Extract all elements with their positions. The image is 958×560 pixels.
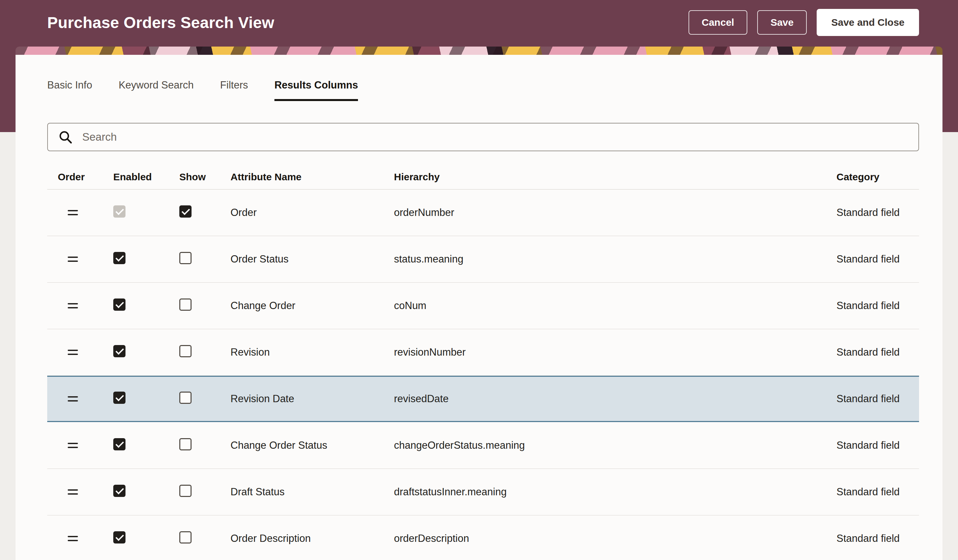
show-cell	[179, 205, 230, 220]
enabled-cell	[113, 392, 179, 406]
enabled-checkbox	[113, 205, 125, 217]
show-cell	[179, 392, 230, 406]
show-checkbox[interactable]	[179, 252, 192, 264]
show-checkbox[interactable]	[179, 485, 192, 497]
content-card: Basic Info Keyword Search Filters Result…	[16, 55, 942, 560]
show-checkbox[interactable]	[179, 438, 192, 451]
column-header-category: Category	[836, 171, 919, 182]
table-row[interactable]: Order Status status.meaning Standard fie…	[47, 236, 919, 282]
show-checkbox[interactable]	[179, 345, 192, 357]
attribute-name-cell: Order Description	[230, 533, 394, 544]
attribute-name-cell: Change Order	[230, 300, 394, 312]
order-cell	[47, 489, 113, 495]
enabled-cell	[113, 205, 179, 220]
drag-handle-icon[interactable]	[68, 350, 78, 355]
enabled-cell	[113, 345, 179, 360]
enabled-checkbox[interactable]	[113, 252, 125, 264]
page-stage: Basic Info Keyword Search Filters Result…	[0, 45, 958, 560]
save-button[interactable]: Save	[757, 10, 807, 35]
search-box[interactable]	[47, 123, 919, 151]
cancel-button[interactable]: Cancel	[688, 10, 747, 35]
show-cell	[179, 252, 230, 267]
hierarchy-cell: revisedDate	[394, 393, 836, 405]
app-header: Purchase Orders Search View Cancel Save …	[0, 0, 958, 45]
table-row[interactable]: Draft Status draftstatusInner.meaning St…	[47, 469, 919, 516]
attribute-name-cell: Revision Date	[230, 393, 394, 405]
enabled-cell	[113, 531, 179, 546]
table-row[interactable]: Revision revisionNumber Standard field	[47, 329, 919, 376]
category-cell: Standard field	[836, 486, 919, 498]
column-header-order: Order	[47, 171, 113, 182]
drag-handle-icon[interactable]	[68, 443, 78, 448]
enabled-checkbox[interactable]	[113, 531, 125, 544]
drag-handle-icon[interactable]	[68, 396, 78, 401]
hierarchy-cell: orderNumber	[394, 207, 836, 219]
category-cell: Standard field	[836, 253, 919, 265]
table-row[interactable]: Change Order Status changeOrderStatus.me…	[47, 422, 919, 469]
tab-basic-info[interactable]: Basic Info	[47, 79, 92, 101]
drag-handle-icon[interactable]	[68, 489, 78, 495]
drag-handle-icon[interactable]	[68, 536, 78, 541]
attribute-name-cell: Change Order Status	[230, 439, 394, 451]
header-actions: Cancel Save Save and Close	[688, 9, 919, 36]
tab-results-columns[interactable]: Results Columns	[274, 79, 358, 101]
drag-handle-icon[interactable]	[68, 210, 78, 215]
order-cell	[47, 396, 113, 401]
tab-bar: Basic Info Keyword Search Filters Result…	[47, 55, 919, 101]
table-row[interactable]: Change Order coNum Standard field	[47, 282, 919, 329]
attribute-name-cell: Order Status	[230, 253, 394, 265]
order-cell	[47, 443, 113, 448]
decorative-banner	[16, 46, 942, 55]
enabled-checkbox[interactable]	[113, 485, 125, 497]
order-cell	[47, 257, 113, 262]
drag-handle-icon[interactable]	[68, 257, 78, 262]
table-header: Order Enabled Show Attribute Name Hierar…	[47, 165, 919, 190]
enabled-cell	[113, 485, 179, 500]
show-checkbox[interactable]	[179, 531, 192, 544]
drag-handle-icon[interactable]	[68, 303, 78, 308]
category-cell: Standard field	[836, 393, 919, 405]
table-row[interactable]: Order Description orderDescription Stand…	[47, 516, 919, 560]
tab-filters[interactable]: Filters	[220, 79, 248, 101]
column-header-enabled: Enabled	[113, 171, 179, 182]
search-input[interactable]	[82, 130, 909, 144]
hierarchy-cell: revisionNumber	[394, 346, 836, 358]
page-title: Purchase Orders Search View	[47, 14, 274, 32]
table-body: Order orderNumber Standard field Order S…	[47, 190, 919, 560]
show-cell	[179, 298, 230, 313]
category-cell: Standard field	[836, 346, 919, 358]
table-row[interactable]: Revision Date revisedDate Standard field	[47, 376, 919, 422]
search-icon	[58, 129, 73, 144]
hierarchy-cell: coNum	[394, 300, 836, 312]
category-cell: Standard field	[836, 300, 919, 312]
hierarchy-cell: draftstatusInner.meaning	[394, 486, 836, 498]
results-table: Order Enabled Show Attribute Name Hierar…	[47, 165, 919, 560]
show-cell	[179, 345, 230, 360]
show-cell	[179, 438, 230, 453]
table-row[interactable]: Order orderNumber Standard field	[47, 190, 919, 236]
tab-keyword-search[interactable]: Keyword Search	[119, 79, 194, 101]
enabled-checkbox[interactable]	[113, 298, 125, 311]
enabled-cell	[113, 438, 179, 453]
enabled-checkbox[interactable]	[113, 345, 125, 357]
show-cell	[179, 485, 230, 500]
show-checkbox[interactable]	[179, 298, 192, 311]
show-checkbox[interactable]	[179, 392, 192, 404]
attribute-name-cell: Revision	[230, 346, 394, 358]
hierarchy-cell: status.meaning	[394, 253, 836, 265]
hierarchy-cell: orderDescription	[394, 533, 836, 544]
attribute-name-cell: Draft Status	[230, 486, 394, 498]
order-cell	[47, 350, 113, 355]
column-header-show: Show	[179, 171, 230, 182]
save-and-close-button[interactable]: Save and Close	[817, 9, 919, 36]
show-checkbox[interactable]	[179, 205, 192, 217]
enabled-cell	[113, 298, 179, 313]
attribute-name-cell: Order	[230, 207, 394, 219]
category-cell: Standard field	[836, 439, 919, 451]
enabled-checkbox[interactable]	[113, 392, 125, 404]
order-cell	[47, 536, 113, 541]
category-cell: Standard field	[836, 207, 919, 219]
show-cell	[179, 531, 230, 546]
enabled-checkbox[interactable]	[113, 438, 125, 451]
enabled-cell	[113, 252, 179, 267]
